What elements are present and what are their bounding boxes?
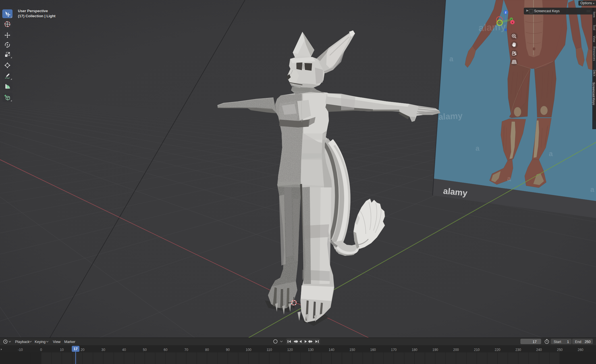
svg-text:180: 180: [412, 348, 417, 352]
svg-text:260: 260: [578, 348, 583, 352]
svg-text:10: 10: [60, 348, 64, 352]
svg-text:30: 30: [101, 348, 105, 352]
svg-text:110: 110: [267, 348, 272, 352]
svg-text:50: 50: [143, 348, 147, 352]
svg-text:100: 100: [246, 348, 251, 352]
svg-text:a: a: [590, 185, 595, 193]
svg-text:200: 200: [453, 348, 459, 352]
svg-text:Playback: Playback: [15, 340, 30, 344]
svg-text:0: 0: [40, 348, 42, 352]
svg-text:250: 250: [557, 348, 562, 352]
svg-text:80: 80: [205, 348, 209, 352]
svg-text:140: 140: [329, 348, 334, 352]
svg-text:130: 130: [308, 348, 313, 352]
svg-text:Z: Z: [505, 11, 506, 14]
svg-text:70: 70: [184, 348, 188, 352]
svg-text:End: End: [575, 340, 581, 344]
svg-text:190: 190: [432, 348, 438, 352]
svg-text:alamy: alamy: [438, 111, 463, 121]
svg-text:120: 120: [287, 348, 293, 352]
svg-text:60: 60: [164, 348, 168, 352]
svg-text:View: View: [53, 340, 61, 344]
svg-text:250: 250: [585, 340, 591, 344]
svg-text:a: a: [507, 175, 511, 183]
svg-text:a: a: [475, 144, 480, 152]
svg-text:170: 170: [391, 348, 396, 352]
svg-text:150: 150: [349, 348, 355, 352]
svg-text:230: 230: [515, 348, 521, 352]
svg-text:a: a: [449, 55, 454, 63]
svg-text:160: 160: [370, 348, 376, 352]
svg-text:17: 17: [74, 347, 78, 351]
svg-text:90: 90: [226, 348, 230, 352]
svg-text:220: 220: [495, 348, 500, 352]
svg-text:X: X: [512, 21, 513, 24]
svg-text:Marker: Marker: [64, 340, 75, 344]
svg-text:a: a: [549, 150, 553, 158]
svg-text:1: 1: [567, 340, 569, 344]
svg-text:-10: -10: [18, 348, 23, 352]
svg-text:Start: Start: [554, 340, 561, 344]
svg-text:210: 210: [474, 348, 479, 352]
svg-text:240: 240: [536, 348, 542, 352]
svg-text:Keying: Keying: [35, 340, 45, 344]
svg-text:40: 40: [122, 348, 126, 352]
svg-text:20: 20: [81, 348, 85, 352]
svg-text:17: 17: [533, 340, 537, 344]
